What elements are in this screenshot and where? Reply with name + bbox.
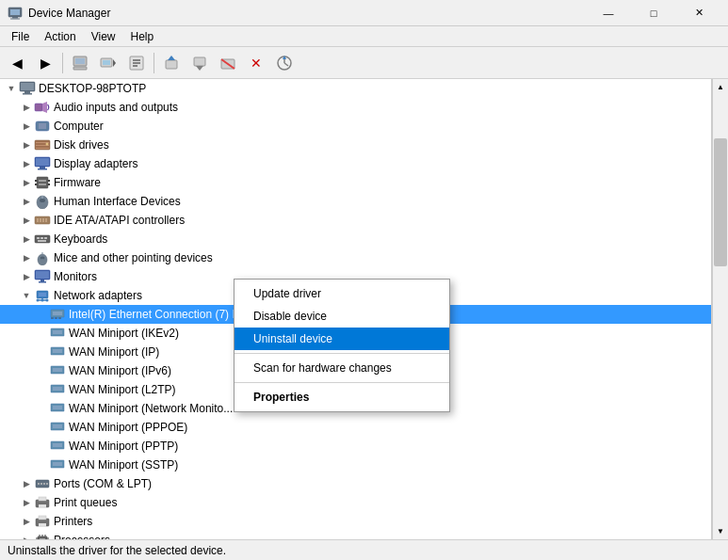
tree-ports[interactable]: ▶ Ports (COM & LPT) — [0, 474, 711, 493]
scan-hardware-button[interactable] — [271, 50, 298, 76]
printq-toggle[interactable]: ▶ — [19, 495, 34, 510]
svg-rect-108 — [39, 523, 46, 527]
tree-wan-pppoe[interactable]: WAN Miniport (PPPOE) — [0, 418, 711, 437]
tree-disk[interactable]: ▶ Disk drives — [0, 136, 711, 154]
ctx-update-driver[interactable]: Update driver — [235, 282, 449, 305]
menu-help[interactable]: Help — [123, 28, 162, 45]
svg-rect-43 — [39, 184, 46, 185]
svg-rect-53 — [39, 218, 40, 222]
scan-button[interactable] — [95, 50, 121, 76]
ide-label: IDE ATA/ATAPI controllers — [54, 214, 185, 227]
svg-marker-29 — [42, 102, 47, 113]
menu-action[interactable]: Action — [37, 28, 83, 45]
minimize-button[interactable]: — — [587, 0, 630, 26]
svg-rect-47 — [48, 184, 50, 185]
ctx-properties[interactable]: Properties — [235, 386, 449, 408]
tree-wan-pptp[interactable]: WAN Miniport (PPTP) — [0, 437, 711, 456]
tree-computer[interactable]: ▶ Computer — [0, 117, 711, 136]
ctx-separator-2 — [235, 382, 449, 383]
close-button[interactable]: ✕ — [677, 0, 720, 26]
back-button[interactable]: ◀ — [4, 50, 30, 76]
window-controls: — □ ✕ — [587, 0, 720, 26]
audio-toggle[interactable]: ▶ — [19, 100, 34, 115]
monitors-toggle[interactable]: ▶ — [19, 269, 34, 284]
menu-view[interactable]: View — [84, 28, 123, 45]
disable-button[interactable] — [215, 50, 241, 76]
svg-rect-104 — [39, 497, 46, 501]
tree-printers[interactable]: ▶ Printers — [0, 512, 711, 531]
processors-toggle[interactable]: ▶ — [19, 533, 34, 539]
properties-button[interactable] — [67, 50, 93, 76]
forward-button[interactable]: ▶ — [32, 50, 58, 76]
menu-bar: File Action View Help — [0, 26, 728, 47]
tree-processors[interactable]: ▶ Proces — [0, 531, 711, 539]
window-title: Device Manager — [28, 7, 587, 20]
network-card-icon — [49, 307, 66, 322]
maximize-button[interactable]: □ — [632, 0, 675, 26]
scroll-thumb[interactable] — [714, 138, 727, 267]
rollback-button[interactable] — [186, 50, 213, 76]
update-driver-button[interactable] — [158, 50, 185, 76]
svg-line-22 — [284, 63, 288, 66]
svg-point-65 — [40, 257, 45, 260]
display-toggle[interactable]: ▶ — [19, 156, 34, 171]
hid-toggle[interactable]: ▶ — [19, 194, 34, 209]
ctx-scan-hardware[interactable]: Scan for hardware changes — [235, 357, 449, 379]
tree-printq[interactable]: ▶ Print queues — [0, 493, 711, 512]
tree-root[interactable]: ▼ DESKTOP-98PTOTP — [0, 79, 711, 98]
firmware-toggle[interactable]: ▶ — [19, 175, 34, 190]
ports-toggle[interactable]: ▶ — [19, 476, 34, 491]
root-toggle[interactable]: ▼ — [4, 81, 19, 96]
scroll-up-arrow[interactable]: ▲ — [713, 79, 729, 95]
mice-icon — [34, 250, 51, 265]
svg-rect-6 — [73, 67, 87, 70]
mice-toggle[interactable]: ▶ — [19, 250, 34, 265]
toolbar-separator-2 — [154, 53, 154, 73]
firmware-label: Firmware — [54, 176, 101, 189]
svg-rect-58 — [37, 237, 40, 239]
ports-icon — [34, 476, 51, 491]
ide-toggle[interactable]: ▶ — [19, 213, 34, 228]
wan-l2tp-icon — [49, 382, 66, 397]
tree-wan-sstp[interactable]: WAN Miniport (SSTP) — [0, 456, 711, 474]
disk-toggle[interactable]: ▶ — [19, 137, 34, 152]
svg-rect-41 — [37, 177, 48, 188]
properties2-button[interactable] — [123, 50, 150, 76]
printers-icon — [34, 514, 51, 529]
svg-rect-40 — [38, 168, 47, 170]
scroll-track[interactable] — [713, 95, 728, 523]
scrollbar[interactable]: ▲ ▼ — [712, 79, 728, 539]
ctx-disable-device[interactable]: Disable device — [235, 305, 449, 328]
menu-file[interactable]: File — [4, 28, 37, 45]
svg-rect-71 — [39, 293, 46, 296]
scroll-down-arrow[interactable]: ▼ — [713, 523, 729, 539]
toolbar: ◀ ▶ — [0, 47, 728, 79]
tree-display[interactable]: ▶ Display adapters — [0, 154, 711, 173]
network-toggle[interactable]: ▼ — [19, 288, 34, 303]
mice-label: Mice and other pointing devices — [54, 251, 213, 264]
hid-icon — [34, 194, 51, 209]
network-icon — [34, 288, 51, 303]
tree-keyboards[interactable]: ▶ Keyboards — [0, 230, 711, 248]
tree-audio[interactable]: ▶ Audio inputs and outputs — [0, 98, 711, 117]
svg-point-101 — [43, 483, 45, 485]
wan-ip-icon — [49, 344, 66, 360]
svg-point-36 — [46, 143, 49, 146]
svg-rect-110 — [40, 538, 45, 539]
svg-rect-60 — [44, 237, 47, 239]
tree-hid[interactable]: ▶ Human Interface Devices — [0, 192, 711, 211]
tree-ide[interactable]: ▶ IDE ATA/ATAPI controllers — [0, 211, 711, 230]
computer-toggle[interactable]: ▶ — [19, 119, 34, 134]
uninstall-button[interactable]: ✕ — [243, 50, 269, 76]
app-icon — [8, 6, 23, 21]
processors-icon — [34, 533, 51, 539]
tree-firmware[interactable]: ▶ Firmware — [0, 173, 711, 192]
device-tree[interactable]: ▼ DESKTOP-98PTOTP ▶ Audio — [0, 79, 712, 539]
printers-toggle[interactable]: ▶ — [19, 514, 34, 529]
keyboard-icon — [34, 232, 51, 247]
tree-mice[interactable]: ▶ Mice and other pointing devices — [0, 248, 711, 267]
svg-rect-80 — [55, 317, 57, 319]
ctx-uninstall-device[interactable]: Uninstall device — [235, 328, 449, 350]
svg-rect-1 — [10, 9, 20, 15]
keyboards-toggle[interactable]: ▶ — [19, 232, 34, 247]
